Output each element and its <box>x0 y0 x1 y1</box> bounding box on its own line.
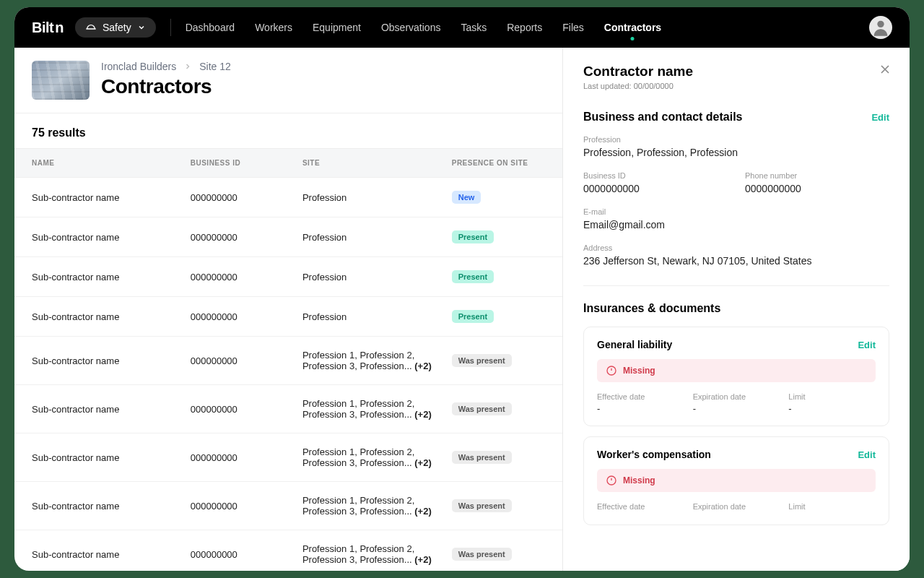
contractors-table: NAME BUSINESS ID SITE PRESENCE ON SITE S… <box>14 148 562 571</box>
insurance-title: General liability <box>597 339 672 350</box>
expiration-label: Expiration date <box>693 392 780 401</box>
presence-badge: Present <box>452 230 494 243</box>
user-avatar[interactable] <box>869 16 892 39</box>
nav-link-dashboard[interactable]: Dashboard <box>186 9 235 46</box>
safety-dropdown[interactable]: Safety <box>75 17 156 38</box>
cell-presence: Present <box>452 310 545 323</box>
insurance-card: General liability Edit Missing Effective… <box>583 327 889 426</box>
alert-icon <box>606 365 617 376</box>
insurance-title: Worker's compensation <box>597 449 711 460</box>
insurance-card: Worker's compensation Edit Missing Effec… <box>583 436 889 525</box>
avatar-icon <box>871 17 891 38</box>
effective-label: Effective date <box>597 392 684 401</box>
table-row[interactable]: Sub-contractor name 000000000 Profession… <box>14 178 562 217</box>
nav-link-workers[interactable]: Workers <box>255 9 292 46</box>
table-header: NAME BUSINESS ID SITE PRESENCE ON SITE <box>14 148 562 178</box>
breadcrumb-org[interactable]: Ironclad Builders <box>101 61 176 72</box>
breadcrumb-site[interactable]: Site 12 <box>199 61 231 72</box>
nav-link-observations[interactable]: Observations <box>381 9 440 46</box>
cell-business-id: 000000000 <box>191 452 302 463</box>
presence-badge: New <box>452 191 481 204</box>
breadcrumb: Ironclad Builders Site 12 <box>101 61 231 72</box>
cell-site: Profession 1, Profession 2, Profession 3… <box>302 447 452 468</box>
cell-business-id: 000000000 <box>191 501 302 512</box>
cell-presence: New <box>452 191 545 204</box>
section-insurance-title: Insurances & documents <box>583 302 720 315</box>
table-row[interactable]: Sub-contractor name 000000000 Profession… <box>14 217 562 257</box>
main-content: Ironclad Builders Site 12 Contractors 75… <box>14 48 563 571</box>
svg-point-0 <box>877 21 884 27</box>
brand-logo[interactable]: Bilt n <box>32 20 64 36</box>
nav-link-reports[interactable]: Reports <box>507 9 542 46</box>
table-row[interactable]: Sub-contractor name 000000000 Profession… <box>14 385 562 434</box>
chevron-down-icon <box>137 23 146 32</box>
email-label: E-mail <box>583 207 889 216</box>
presence-badge: Was present <box>452 402 512 415</box>
profession-value: Profession, Profession, Profession <box>583 147 889 158</box>
table-row[interactable]: Sub-contractor name 000000000 Profession… <box>14 337 562 385</box>
expiration-value: - <box>693 403 780 414</box>
close-panel-button[interactable] <box>878 62 892 79</box>
edit-business-button[interactable]: Edit <box>871 112 889 123</box>
table-row[interactable]: Sub-contractor name 000000000 Profession… <box>14 434 562 482</box>
col-presence: PRESENCE ON SITE <box>452 159 545 167</box>
limit-label: Limit <box>788 392 876 401</box>
missing-text: Missing <box>623 475 655 486</box>
cell-presence: Was present <box>452 451 545 464</box>
contractor-detail-panel: Contractor name Last updated: 00/00/0000… <box>563 48 910 571</box>
table-row[interactable]: Sub-contractor name 000000000 Profession… <box>14 530 562 571</box>
address-value: 236 Jefferson St, Newark, NJ 07105, Unit… <box>583 255 889 267</box>
nav-link-tasks[interactable]: Tasks <box>461 9 487 46</box>
cell-name: Sub-contractor name <box>32 232 191 243</box>
table-row[interactable]: Sub-contractor name 000000000 Profession… <box>14 257 562 297</box>
presence-badge: Was present <box>452 499 512 512</box>
project-thumbnail[interactable] <box>32 61 90 100</box>
cell-site: Profession <box>302 232 452 243</box>
safety-label: Safety <box>103 22 131 33</box>
edit-insurance-button[interactable]: Edit <box>858 340 876 350</box>
brand-text-2: n <box>55 20 64 36</box>
nav-divider <box>170 19 171 36</box>
edit-insurance-button[interactable]: Edit <box>858 449 876 460</box>
cell-business-id: 000000000 <box>191 311 302 322</box>
missing-text: Missing <box>623 366 655 376</box>
cell-site: Profession 1, Profession 2, Profession 3… <box>302 398 452 420</box>
presence-badge: Was present <box>452 451 512 464</box>
page-title: Contractors <box>101 75 231 98</box>
cell-site: Profession 1, Profession 2, Profession 3… <box>302 350 452 371</box>
cell-site: Profession 1, Profession 2, Profession 3… <box>302 495 452 517</box>
nav-link-contractors[interactable]: Contractors <box>604 9 661 46</box>
cell-presence: Was present <box>452 354 545 367</box>
cell-name: Sub-contractor name <box>32 272 191 282</box>
nav-link-equipment[interactable]: Equipment <box>313 9 361 46</box>
nav-links: DashboardWorkersEquipmentObservationsTas… <box>186 9 662 46</box>
cell-business-id: 000000000 <box>191 272 302 282</box>
section-business-title: Business and contact details <box>583 111 743 124</box>
cell-business-id: 000000000 <box>191 355 302 366</box>
profession-label: Profession <box>583 135 889 144</box>
cell-name: Sub-contractor name <box>32 452 191 463</box>
table-row[interactable]: Sub-contractor name 000000000 Profession… <box>14 482 562 530</box>
cell-presence: Present <box>452 270 545 283</box>
table-row[interactable]: Sub-contractor name 000000000 Profession… <box>14 297 562 337</box>
cell-site: Profession <box>302 311 452 322</box>
presence-badge: Present <box>452 270 494 283</box>
cell-presence: Was present <box>452 402 545 415</box>
cell-name: Sub-contractor name <box>32 355 191 366</box>
cell-business-id: 000000000 <box>191 549 302 560</box>
limit-label: Limit <box>788 502 876 511</box>
effective-label: Effective date <box>597 502 684 511</box>
business-id-label: Business ID <box>583 171 728 180</box>
page-header: Ironclad Builders Site 12 Contractors <box>14 48 562 113</box>
address-label: Address <box>583 243 889 252</box>
helmet-icon <box>85 22 97 33</box>
email-value: Email@gmail.com <box>583 219 889 230</box>
phone-label: Phone number <box>745 171 889 180</box>
nav-link-files[interactable]: Files <box>562 9 584 46</box>
phone-value: 0000000000 <box>745 183 889 194</box>
cell-name: Sub-contractor name <box>32 404 191 415</box>
presence-badge: Was present <box>452 354 512 367</box>
panel-title: Contractor name <box>583 64 889 79</box>
alert-icon <box>606 475 617 486</box>
presence-badge: Present <box>452 310 494 323</box>
